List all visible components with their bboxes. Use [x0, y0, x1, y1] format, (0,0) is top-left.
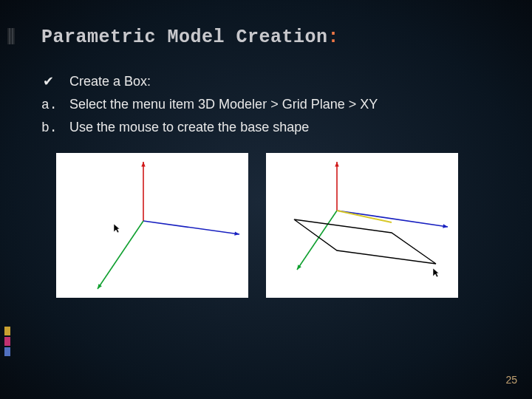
svg-line-9 — [337, 211, 448, 227]
title-colon: : — [328, 27, 340, 48]
diagram-right — [266, 153, 458, 298]
page-number: 25 — [505, 374, 517, 386]
diagram-left — [56, 153, 248, 298]
svg-marker-12 — [297, 265, 301, 270]
check-icon: ✔ — [41, 73, 69, 89]
svg-line-13 — [337, 211, 392, 222]
images-row — [56, 153, 491, 298]
title-text: Parametric Model Creation — [41, 27, 328, 48]
bullet-a-label: a. — [41, 98, 69, 112]
svg-marker-1 — [141, 162, 145, 166]
slide-container: Parametric Model Creation: ✔ Create a Bo… — [0, 0, 532, 399]
svg-line-2 — [143, 221, 239, 234]
axes-empty-icon — [56, 153, 248, 298]
bullet-a: a. Select the menu item 3D Modeler > Gri… — [41, 97, 491, 112]
page-title: Parametric Model Creation: — [41, 27, 491, 48]
svg-line-4 — [98, 221, 143, 289]
bullet-main-text: Create a Box: — [69, 74, 151, 89]
bullet-b-text: Use the mouse to create the base shape — [69, 120, 309, 135]
bullet-main: ✔ Create a Box: — [41, 73, 491, 89]
axes-rect-icon — [266, 153, 458, 298]
decorative-stripe — [7, 28, 15, 44]
decorative-stripe-bottom — [4, 327, 10, 356]
bullet-a-text: Select the menu item 3D Modeler > Grid P… — [69, 97, 378, 112]
bullet-b: b. Use the mouse to create the base shap… — [41, 120, 491, 135]
svg-marker-6 — [114, 224, 120, 233]
svg-marker-8 — [335, 162, 338, 166]
svg-marker-15 — [433, 268, 439, 277]
bullet-b-label: b. — [41, 120, 69, 135]
svg-line-11 — [297, 211, 337, 270]
svg-marker-5 — [98, 284, 102, 289]
